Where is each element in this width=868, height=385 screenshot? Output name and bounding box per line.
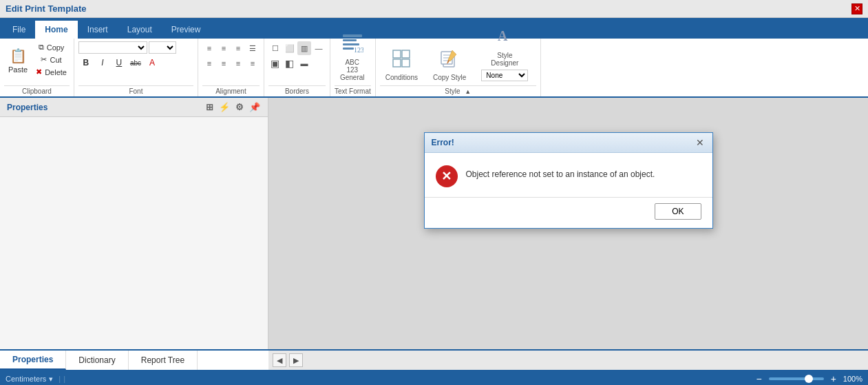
tab-file[interactable]: File xyxy=(3,21,35,39)
zoom-controls: − + 100% xyxy=(753,373,862,384)
font-color-button[interactable]: A xyxy=(145,55,160,70)
border-btn-2[interactable]: ⬜ xyxy=(283,41,297,55)
strikethrough-button[interactable]: abc xyxy=(128,55,143,70)
italic-button[interactable]: I xyxy=(95,55,110,70)
style-group-content: Conditions Copy Style xyxy=(380,41,536,84)
properties-toolbar: ⊞ ⚡ ⚙ 📌 xyxy=(203,101,261,114)
copy-button[interactable]: ⧉ Copy xyxy=(33,41,70,53)
zoom-slider-thumb[interactable] xyxy=(805,375,813,383)
units-label: Centimeters xyxy=(6,375,46,383)
conditions-button[interactable]: Conditions xyxy=(380,41,423,84)
copy-style-icon xyxy=(440,49,459,72)
borders-label: Borders xyxy=(268,85,326,95)
spacing-icon-1[interactable]: ≡ xyxy=(202,41,216,55)
properties-grid-icon[interactable]: ⊞ xyxy=(203,101,215,114)
alignment-rows: ≡ ≡ ≡ ☰ ≡ ≡ ≡ ≡ xyxy=(202,41,260,70)
spacing-icon-3[interactable]: ≡ xyxy=(231,41,245,55)
spacing-icon-2[interactable]: ≡ xyxy=(217,41,231,55)
ribbon-group-text-format: 123 ABC123General Text Format xyxy=(330,39,376,96)
app-title: Edit Print Template xyxy=(6,3,87,14)
style-collapse-icon[interactable]: ▲ xyxy=(465,88,471,95)
cut-button[interactable]: ✂ Cut xyxy=(33,54,70,65)
border-btn-1[interactable]: ☐ xyxy=(268,41,282,55)
align-row: ≡ ≡ ≡ ≡ xyxy=(202,56,260,70)
error-icon: ✕ xyxy=(436,165,458,187)
align-right-button[interactable]: ≡ xyxy=(231,56,245,70)
left-panel: Properties ⊞ ⚡ ⚙ 📌 xyxy=(0,98,268,349)
bottom-row: Properties Dictionary Report Tree ◀ ▶ xyxy=(0,349,868,370)
align-left-button[interactable]: ≡ xyxy=(202,56,216,70)
copy-icon: ⧉ xyxy=(39,43,44,52)
svg-rect-8 xyxy=(402,59,410,67)
error-dialog-close-button[interactable]: ✕ xyxy=(695,137,706,148)
align-center-button[interactable]: ≡ xyxy=(217,56,231,70)
nav-left-button[interactable]: ◀ xyxy=(273,353,286,367)
svg-rect-0 xyxy=(343,34,362,37)
align-right-icon[interactable]: ☰ xyxy=(246,41,260,55)
properties-pin-icon[interactable]: 📌 xyxy=(248,101,261,114)
border-fill-btn[interactable]: ▥ xyxy=(297,41,311,55)
line-spacing-row: ≡ ≡ ≡ ☰ xyxy=(202,41,260,55)
paste-button[interactable]: 📋 Paste xyxy=(4,41,32,80)
text-format-button[interactable]: 123 ABC123General xyxy=(335,41,370,84)
underline-button[interactable]: U xyxy=(112,55,127,70)
border-style-btn[interactable]: ▬ xyxy=(297,56,311,70)
svg-rect-5 xyxy=(393,50,401,58)
ribbon-group-style: Conditions Copy Style xyxy=(376,39,541,96)
bold-button[interactable]: B xyxy=(78,55,94,70)
svg-rect-1 xyxy=(343,39,357,41)
font-format-row: B I U abc A xyxy=(78,55,160,70)
cut-icon: ✂ xyxy=(41,55,47,64)
text-format-label: Text Format xyxy=(335,85,371,95)
font-selectors-row xyxy=(78,41,176,54)
zoom-percent-label: 100% xyxy=(843,375,862,383)
border-color-btn[interactable]: ▣ xyxy=(268,56,282,70)
tab-insert[interactable]: Insert xyxy=(78,21,118,39)
text-format-content: 123 ABC123General xyxy=(335,41,371,84)
alignment-group-content: ≡ ≡ ≡ ☰ ≡ ≡ ≡ ≡ xyxy=(202,41,260,84)
properties-content xyxy=(0,117,268,349)
window-close-button[interactable]: ✕ xyxy=(851,3,862,14)
tab-dictionary[interactable]: Dictionary xyxy=(66,351,128,370)
main-area: Properties ⊞ ⚡ ⚙ 📌 Error! ✕ ✕ Object ref… xyxy=(0,98,868,349)
copy-style-button[interactable]: Copy Style xyxy=(427,41,472,84)
error-dialog-title-text: Error! xyxy=(432,138,454,147)
style-select-dropdown[interactable]: None xyxy=(481,70,528,81)
svg-rect-6 xyxy=(402,50,410,58)
tab-home[interactable]: Home xyxy=(35,21,77,39)
borders-row-2: ▣ ◧ ▬ xyxy=(268,56,326,70)
justify-button[interactable]: ≡ xyxy=(246,56,260,70)
text-format-icon: 123 xyxy=(341,32,363,57)
font-label: Font xyxy=(78,85,193,95)
borders-rows: ☐ ⬜ ▥ — ▣ ◧ ▬ xyxy=(268,41,326,70)
delete-button[interactable]: ✖ Delete xyxy=(33,66,70,78)
tab-preview[interactable]: Preview xyxy=(162,21,211,39)
properties-header: Properties ⊞ ⚡ ⚙ 📌 xyxy=(0,98,268,117)
zoom-minus-button[interactable]: − xyxy=(753,373,764,384)
properties-lightning-icon[interactable]: ⚡ xyxy=(218,101,231,114)
ribbon-group-alignment: ≡ ≡ ≡ ☰ ≡ ≡ ≡ ≡ Alignment xyxy=(198,39,264,96)
delete-icon: ✖ xyxy=(36,67,42,76)
ok-button[interactable]: OK xyxy=(655,203,701,220)
nav-right-button[interactable]: ▶ xyxy=(289,353,303,367)
font-group-content: B I U abc A xyxy=(78,41,193,84)
properties-gear-icon[interactable]: ⚙ xyxy=(233,101,246,114)
tab-properties[interactable]: Properties xyxy=(0,351,66,370)
zoom-plus-button[interactable]: + xyxy=(828,373,839,384)
tab-layout[interactable]: Layout xyxy=(118,21,162,39)
font-size-select[interactable] xyxy=(149,41,176,54)
style-label: Style ▲ xyxy=(380,85,536,95)
title-bar: Edit Print Template ✕ xyxy=(0,0,868,18)
fill-color-btn[interactable]: ◧ xyxy=(283,56,297,70)
zoom-slider[interactable] xyxy=(769,377,824,380)
clipboard-group-content: 📋 Paste ⧉ Copy ✂ Cut ✖ Delete xyxy=(4,41,70,84)
units-dropdown-icon[interactable]: ▾ xyxy=(49,375,53,384)
error-dialog-body: ✕ Object reference not set to an instanc… xyxy=(425,153,712,194)
error-dialog-titlebar: Error! ✕ xyxy=(425,133,712,153)
font-family-select[interactable] xyxy=(78,41,147,54)
borders-row-1: ☐ ⬜ ▥ — xyxy=(268,41,326,55)
units-section: Centimeters ▾ | | xyxy=(6,375,65,384)
style-designer-button[interactable]: A Style Designer None xyxy=(476,41,533,84)
tab-report-tree[interactable]: Report Tree xyxy=(129,351,198,370)
border-line-btn[interactable]: — xyxy=(312,41,326,55)
